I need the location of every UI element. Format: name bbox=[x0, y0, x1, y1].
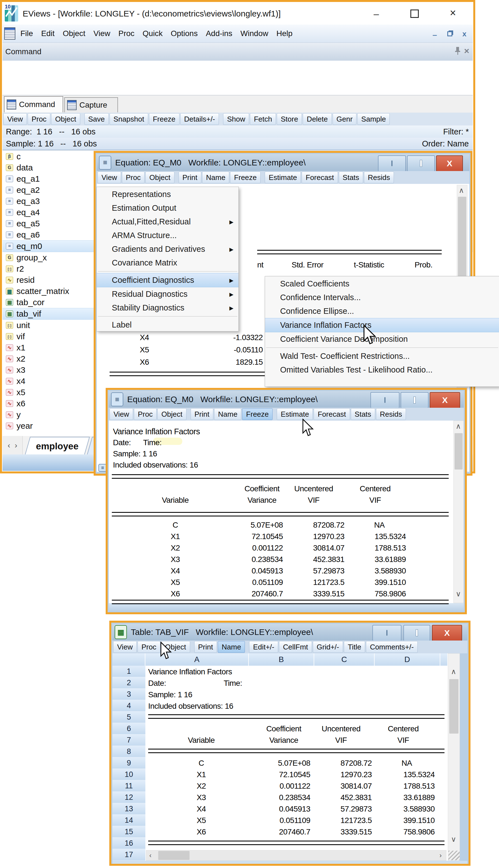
tab-capture[interactable]: Capture bbox=[64, 97, 118, 112]
wf-sample-button[interactable]: Sample bbox=[357, 113, 390, 125]
table-row-x2[interactable]: X20.00112230814.071788.513 bbox=[145, 780, 448, 792]
cell-a3[interactable]: Sample: 1 16 bbox=[148, 690, 192, 699]
wf-save-button[interactable]: Save bbox=[84, 113, 109, 125]
eq1-view-button[interactable]: View bbox=[98, 172, 121, 183]
row-header-6[interactable]: 6 bbox=[112, 723, 145, 734]
page-tab-employee[interactable]: employee bbox=[25, 437, 90, 455]
eq2-scroll-down-icon[interactable]: ∨ bbox=[456, 590, 461, 597]
row-header-17[interactable]: 17 bbox=[112, 849, 145, 861]
eq2-proc-button[interactable]: Proc bbox=[134, 408, 157, 420]
table-scroll-left-icon[interactable]: ‹ bbox=[149, 852, 151, 859]
eq2-scroll-up-icon[interactable]: ∧ bbox=[456, 423, 461, 430]
eq2-close-button[interactable] bbox=[430, 392, 460, 408]
submenu-item-confidence-intervals[interactable]: Confidence Intervals... bbox=[265, 290, 499, 304]
eq1-print-button[interactable]: Print bbox=[179, 172, 201, 183]
menu-item-residual-diagnostics[interactable]: Residual Diagnostics bbox=[97, 287, 239, 301]
eq2-view-button[interactable]: View bbox=[110, 408, 133, 420]
table-row-c[interactable]: C5.07E+0887208.72NA bbox=[145, 757, 448, 769]
eq1-minimize-button[interactable] bbox=[378, 156, 406, 172]
menu-quick[interactable]: Quick bbox=[143, 29, 163, 38]
cell-a1[interactable]: Variance Inflation Factors bbox=[148, 667, 232, 676]
menubar-restore-icon[interactable] bbox=[447, 31, 452, 36]
row-header-4[interactable]: 4 bbox=[112, 700, 145, 711]
wf-view-button[interactable]: View bbox=[3, 113, 27, 125]
table-row-x1[interactable]: X172.1054512970.23135.5324 bbox=[145, 769, 448, 780]
table-print-button[interactable]: Print bbox=[194, 641, 217, 653]
table-hscrollbar[interactable] bbox=[146, 850, 447, 861]
row-header-10[interactable]: 10 bbox=[112, 769, 145, 780]
eq1-resids-button[interactable]: Resids bbox=[364, 172, 394, 183]
menu-addins[interactable]: Add-ins bbox=[206, 29, 232, 38]
maximize-button[interactable] bbox=[410, 10, 419, 18]
column-header-d[interactable]: D bbox=[375, 653, 440, 666]
eq2-stats-button[interactable]: Stats bbox=[351, 408, 375, 420]
eq1-freeze-button[interactable]: Freeze bbox=[230, 172, 260, 183]
eq2-name-button[interactable]: Name bbox=[214, 408, 241, 420]
eq1-maximize-button[interactable] bbox=[407, 156, 435, 172]
wf-object-button[interactable]: Object bbox=[51, 113, 80, 125]
wf-show-button[interactable]: Show bbox=[223, 113, 249, 125]
eq1-close-button[interactable] bbox=[436, 156, 463, 172]
column-header-a[interactable]: A bbox=[145, 653, 249, 666]
wf-details-button[interactable]: Details+/- bbox=[180, 113, 219, 125]
cell-a4[interactable]: Included observations: 16 bbox=[148, 702, 233, 711]
table-object-button[interactable]: Object bbox=[161, 641, 190, 653]
table-vscroll-thumb[interactable] bbox=[449, 679, 459, 734]
minimize-button[interactable]: – bbox=[369, 8, 384, 18]
submenu-item-wald-test[interactable]: Wald Test- Coefficient Restrictions... bbox=[265, 349, 499, 363]
wf-fetch-button[interactable]: Fetch bbox=[250, 113, 276, 125]
table-edit-button[interactable]: Edit+/- bbox=[249, 641, 278, 653]
eq2-freeze-button[interactable]: Freeze bbox=[242, 408, 272, 420]
table-scroll-down-icon[interactable]: ∨ bbox=[451, 835, 456, 843]
menu-object[interactable]: Object bbox=[63, 29, 85, 38]
resize-grip[interactable] bbox=[448, 851, 460, 860]
submenu-item-coefficient-variance-decomposition[interactable]: Coefficient Variance Decomposition bbox=[265, 332, 499, 346]
eq1-object-button[interactable]: Object bbox=[145, 172, 174, 183]
table-close-button[interactable] bbox=[432, 625, 462, 641]
page-next-icon[interactable]: › bbox=[15, 441, 17, 450]
eq2-minimize-button[interactable] bbox=[370, 392, 400, 408]
menu-help[interactable]: Help bbox=[277, 29, 293, 38]
menu-item-estimation-output[interactable]: Estimation Output bbox=[97, 201, 239, 215]
table-row-x3[interactable]: X30.238534452.383133.61889 bbox=[145, 792, 448, 803]
row-header-3[interactable]: 3 bbox=[112, 689, 145, 700]
menu-item-representations[interactable]: Representations bbox=[97, 187, 239, 201]
wf-genr-button[interactable]: Genr bbox=[333, 113, 357, 125]
menu-item-actual-fitted-residual[interactable]: Actual,Fitted,Residual bbox=[97, 215, 239, 228]
row-header-13[interactable]: 13 bbox=[112, 803, 145, 815]
menu-item-arma-structure[interactable]: ARMA Structure... bbox=[97, 228, 239, 242]
wf-freeze-button[interactable]: Freeze bbox=[149, 113, 180, 125]
menu-item-covariance-matrix[interactable]: Covariance Matrix bbox=[97, 256, 239, 270]
close-button[interactable]: × bbox=[447, 7, 459, 18]
menu-edit[interactable]: Edit bbox=[41, 29, 54, 38]
row-header-5[interactable]: 5 bbox=[112, 711, 145, 723]
eq2-estimate-button[interactable]: Estimate bbox=[277, 408, 313, 420]
menu-item-stability-diagnostics[interactable]: Stability Diagnostics bbox=[97, 301, 239, 315]
eq1-proc-button[interactable]: Proc bbox=[122, 172, 145, 183]
eq1-stats-button[interactable]: Stats bbox=[339, 172, 363, 183]
row-header-2[interactable]: 2 bbox=[112, 677, 145, 689]
menu-window[interactable]: Window bbox=[240, 29, 268, 38]
table-scroll-up-icon[interactable]: ∧ bbox=[451, 668, 456, 675]
wf-store-button[interactable]: Store bbox=[277, 113, 302, 125]
table-scroll-right-icon[interactable]: › bbox=[439, 852, 442, 859]
row-header-11[interactable]: 11 bbox=[112, 780, 145, 792]
menu-file[interactable]: File bbox=[21, 29, 33, 38]
table-view-button[interactable]: View bbox=[113, 641, 137, 653]
eq2-forecast-button[interactable]: Forecast bbox=[314, 408, 350, 420]
table-grid-button[interactable]: Grid+/- bbox=[313, 641, 343, 653]
tab-command[interactable]: Command bbox=[4, 96, 63, 112]
row-header-8[interactable]: 8 bbox=[112, 746, 145, 757]
menubar-close-icon[interactable]: x bbox=[462, 29, 469, 36]
menu-item-coefficient-diagnostics[interactable]: Coefficient Diagnostics bbox=[97, 273, 239, 287]
cell-a2-date[interactable]: Date: bbox=[148, 679, 166, 688]
menu-item-gradients-derivatives[interactable]: Gradients and Derivatives bbox=[97, 242, 239, 256]
menu-view[interactable]: View bbox=[93, 29, 110, 38]
menubar-minimize-icon[interactable]: ‒ bbox=[433, 31, 439, 37]
table-cellfmt-button[interactable]: CellFmt bbox=[279, 641, 312, 653]
table-row-x5[interactable]: X50.051109121723.5399.1510 bbox=[145, 815, 448, 826]
submenu-item-omitted-variables-test[interactable]: Omitted Variables Test - Likelihood Rati… bbox=[265, 363, 499, 377]
table-proc-button[interactable]: Proc bbox=[137, 641, 160, 653]
column-header-c[interactable]: C bbox=[314, 653, 375, 666]
table-name-button[interactable]: Name bbox=[218, 641, 245, 653]
